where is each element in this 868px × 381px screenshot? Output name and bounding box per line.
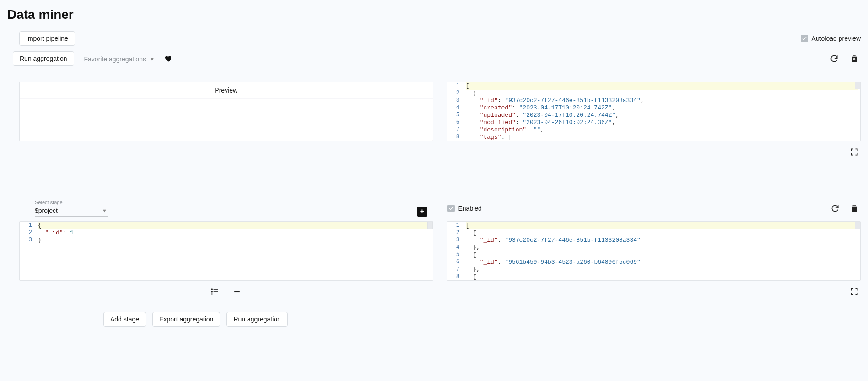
favorite-aggregations-placeholder: Favorite aggregations xyxy=(84,55,146,63)
fullscreen-button[interactable] xyxy=(848,146,861,158)
svg-point-3 xyxy=(212,289,213,290)
favorite-aggregations-select[interactable]: Favorite aggregations ▼ xyxy=(83,54,156,64)
plus-icon: + xyxy=(420,207,424,216)
svg-point-5 xyxy=(212,294,213,294)
export-aggregation-button[interactable]: Export aggregation xyxy=(152,312,220,327)
preview-header: Preview xyxy=(20,82,433,99)
result-preview-code[interactable]: 12345678[ { "_id": "937c20c2-7f27-446e-8… xyxy=(447,82,861,141)
stage-enabled-label: Enabled xyxy=(458,205,482,212)
scrollbar[interactable] xyxy=(855,82,860,89)
stage-refresh-button[interactable] xyxy=(829,202,841,215)
stage-result-code[interactable]: 12345678[ { "_id": "937c20c2-7f27-446e-8… xyxy=(447,221,861,281)
autoload-preview-toggle[interactable]: Autoload preview xyxy=(801,35,861,42)
refresh-button[interactable] xyxy=(828,52,841,65)
checkbox-checked-icon xyxy=(801,35,808,42)
stage-fullscreen-button[interactable] xyxy=(848,285,861,298)
stage-delete-button[interactable] xyxy=(848,202,861,215)
preview-panel: Preview xyxy=(19,82,433,141)
run-aggregation-button[interactable]: Run aggregation xyxy=(13,51,74,66)
stage-select-label: Select stage xyxy=(35,200,108,205)
delete-cancel-button[interactable] xyxy=(848,52,861,65)
chevron-down-icon: ▼ xyxy=(102,208,107,213)
run-aggregation-bottom-button[interactable]: Run aggregation xyxy=(226,312,288,327)
scrollbar[interactable] xyxy=(427,222,433,229)
add-stage-inline-button[interactable]: + xyxy=(417,207,427,217)
page-title: Data miner xyxy=(7,7,861,22)
import-pipeline-button[interactable]: Import pipeline xyxy=(19,31,75,46)
stage-select[interactable]: $project ▼ xyxy=(35,206,108,217)
chevron-down-icon: ▼ xyxy=(150,56,155,62)
heart-icon[interactable] xyxy=(165,54,173,63)
add-stage-button[interactable]: Add stage xyxy=(103,312,146,327)
stage-enabled-toggle[interactable]: Enabled xyxy=(447,205,482,212)
checkbox-checked-icon xyxy=(447,205,455,212)
stage-editor[interactable]: 123{ "_id": 1} xyxy=(19,221,433,281)
list-view-button[interactable] xyxy=(209,285,221,298)
svg-point-4 xyxy=(212,291,213,292)
scrollbar[interactable] xyxy=(855,222,860,229)
stage-select-value: $project xyxy=(35,207,58,214)
autoload-preview-label: Autoload preview xyxy=(812,35,861,42)
collapse-button[interactable] xyxy=(231,285,243,298)
